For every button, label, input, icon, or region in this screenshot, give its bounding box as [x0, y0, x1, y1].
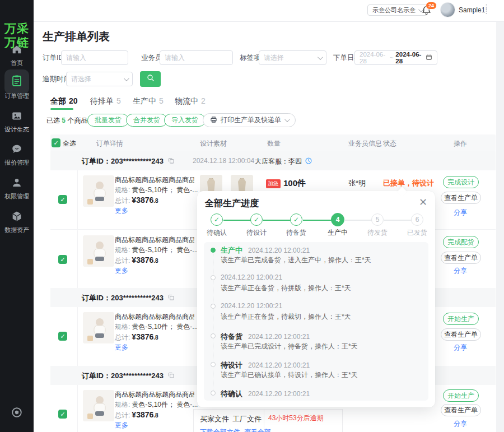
- copy-icon[interactable]: [167, 157, 175, 166]
- merge-ship-button[interactable]: 合并发货: [126, 114, 167, 127]
- sidebar-item-permissions[interactable]: 权限管理: [0, 175, 34, 201]
- timeline-entry-desc: 该生产单正在备货，待拼版，操作人：王*天: [221, 284, 351, 293]
- popover-title: 全部生产进度: [205, 198, 259, 210]
- more-link[interactable]: 更多: [115, 206, 128, 216]
- placeholder: 请选择: [71, 75, 91, 84]
- product-image[interactable]: [83, 390, 114, 421]
- sidebar-item-orders-label[interactable]: 订单管理: [0, 90, 34, 100]
- order-id-label: 订单ID: [43, 50, 64, 65]
- date-range-picker[interactable]: 2024-06-28 ~ 2024-06-28: [354, 50, 437, 65]
- product-title[interactable]: 商品标题商品标题商品商品...: [115, 390, 194, 400]
- close-icon[interactable]: ✕: [419, 197, 427, 208]
- progress-timeline[interactable]: 生产中2024.12.20 12:00:21 该生产单已完成备货，进入生产中，操…: [204, 242, 428, 401]
- tab-in-logistics[interactable]: 物流中2: [175, 96, 206, 106]
- timeline-entry-desc: 该生产单已完成设计，待备货，操作人：王*天: [221, 342, 358, 351]
- finish-design-button[interactable]: 完成设计: [443, 176, 479, 188]
- service-clock-icon[interactable]: [305, 157, 312, 166]
- view-production-order-button[interactable]: 查看生产单: [441, 192, 481, 204]
- share-link[interactable]: 分享: [454, 266, 467, 276]
- step-label: 待确认: [200, 228, 234, 238]
- finish-allocation-button[interactable]: 完成配货: [443, 236, 479, 248]
- col-design-assets: 设计素材: [200, 139, 227, 148]
- share-link[interactable]: 分享: [454, 343, 467, 352]
- username: Sample1: [459, 6, 485, 14]
- overdue-select[interactable]: 请选择: [66, 72, 133, 86]
- app-root: 万采 万链 首页 订单管理 设计生态 报价管理: [0, 0, 504, 432]
- step-future: 6: [411, 213, 423, 226]
- sidebar-item-quotes[interactable]: 报价管理: [0, 141, 34, 167]
- aperture-icon: [0, 405, 34, 420]
- search-icon: [146, 73, 155, 85]
- more-link[interactable]: 更多: [115, 421, 128, 430]
- selected-count: 5: [62, 117, 66, 124]
- timeline-dot: [211, 362, 216, 367]
- more-menu-icon[interactable]: ⋮⋮: [483, 5, 488, 13]
- topbar: 示意公司名示意 24 Sample1 ⋮⋮: [34, 0, 504, 22]
- product-spec: 规格:黄色-S,10件； 黄色-...: [115, 245, 199, 255]
- row-checkbox[interactable]: ✓: [58, 332, 67, 341]
- user-icon: [0, 175, 34, 191]
- company-selector[interactable]: 示意公司名示意: [367, 4, 427, 16]
- timeline-entry-head: 生产中2024.12.20 12:00:21: [221, 245, 310, 256]
- view-production-order-button[interactable]: 查看生产单: [441, 328, 481, 341]
- view-all-link[interactable]: 查看全部: [244, 428, 271, 432]
- sidebar-item-design[interactable]: 设计生态: [0, 108, 34, 134]
- status-text[interactable]: 已接单，待设计: [383, 178, 434, 188]
- placeholder: 请输入: [165, 53, 185, 63]
- batch-ship-button[interactable]: 批量发货: [87, 114, 129, 127]
- start-production-button[interactable]: 开始生产: [443, 313, 479, 325]
- download-all-files-link[interactable]: 下载全部文件: [200, 428, 240, 432]
- print-orders-button[interactable]: 打印生产单及快递单: [203, 113, 296, 127]
- copy-icon[interactable]: [167, 294, 175, 303]
- share-link[interactable]: 分享: [454, 419, 467, 429]
- printer-icon: [210, 116, 217, 125]
- search-button[interactable]: [140, 71, 161, 87]
- sidebar-item-home[interactable]: 首页: [0, 41, 34, 67]
- chevron-down-icon: [318, 54, 323, 60]
- tab-pending-schedule[interactable]: 待排单5: [90, 96, 121, 106]
- copy-icon[interactable]: [167, 371, 175, 380]
- share-link[interactable]: 分享: [454, 208, 467, 217]
- quantity-value: 100件: [283, 178, 306, 189]
- product-spec: 规格:黄色-S,10件； 黄色-...: [115, 322, 199, 332]
- salesman-input[interactable]: 请输入: [160, 50, 233, 65]
- buyer-files-tab[interactable]: 买家文件: [200, 414, 229, 424]
- view-production-order-button[interactable]: 查看生产单: [441, 252, 481, 264]
- timeline-dot: [211, 391, 216, 396]
- tab-in-production[interactable]: 生产中5: [133, 96, 164, 106]
- product-image[interactable]: [83, 175, 114, 207]
- import-ship-button[interactable]: 导入发货: [164, 114, 206, 127]
- product-spec: 规格:黄色-S,10件； 黄色-...: [115, 185, 199, 195]
- step-future: 5: [371, 213, 384, 226]
- factory-files-tab[interactable]: 工厂文件: [232, 414, 262, 424]
- row-checkbox[interactable]: ✓: [58, 195, 67, 204]
- tab-all[interactable]: 全部20: [50, 96, 78, 106]
- chevron-down-icon: [284, 117, 290, 122]
- print-button-label: 打印生产单及快递单: [221, 115, 281, 125]
- product-title[interactable]: 商品标题商品标题商品商品...: [115, 312, 194, 322]
- view-production-order-button[interactable]: 查看生产单: [441, 404, 481, 416]
- product-image[interactable]: [83, 235, 114, 267]
- selected-count-text: 已选 5 个商品: [46, 116, 87, 126]
- home-icon: [0, 41, 34, 57]
- order-files-cell: 买家文件 工厂文件 下载全部文件 查看全部 43小时53分后逾期: [193, 409, 343, 432]
- product-title[interactable]: 商品标题商品标题商品商品...: [115, 235, 194, 245]
- chevron-down-icon: [124, 76, 129, 81]
- product-image[interactable]: [83, 312, 114, 343]
- sidebar-item-label: 订单管理: [0, 92, 34, 100]
- sidebar-settings[interactable]: [0, 405, 34, 420]
- order-id-input[interactable]: 请输入: [61, 50, 128, 65]
- orders-icon: [10, 74, 24, 90]
- select-all-checkbox[interactable]: ✓: [52, 138, 60, 147]
- sidebar-item-data-assets[interactable]: 数据资产: [0, 208, 34, 234]
- more-link[interactable]: 更多: [115, 266, 128, 276]
- product-title[interactable]: 商品标题商品标题商品商品...: [115, 175, 194, 185]
- row-checkbox[interactable]: ✓: [58, 410, 67, 419]
- tag-select[interactable]: 请选择: [259, 50, 326, 65]
- avatar[interactable]: [440, 2, 455, 17]
- page-title: 生产排单列表: [43, 29, 110, 44]
- row-checkbox[interactable]: ✓: [58, 255, 67, 264]
- timeline-entry-desc: 该生产单已确认接单，待设计，操作人：王*天: [221, 370, 358, 380]
- more-link[interactable]: 更多: [115, 343, 128, 352]
- start-production-button[interactable]: 开始生产: [443, 389, 479, 402]
